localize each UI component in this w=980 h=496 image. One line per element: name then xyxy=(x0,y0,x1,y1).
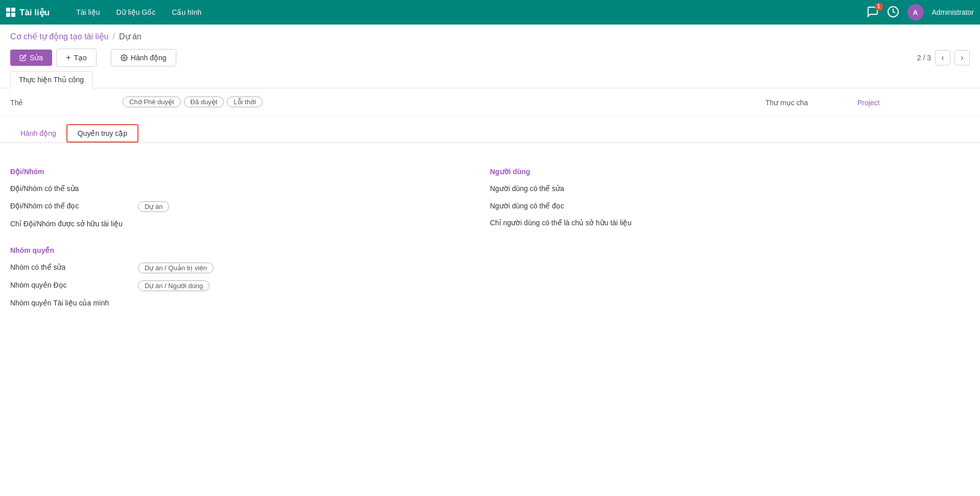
breadcrumb-parent[interactable]: Cơ chế tự động tạo tài liệu xyxy=(10,32,109,41)
doi-co-the-sua-row: Đội/Nhóm có thể sửa xyxy=(10,184,490,194)
nhom-quyen-section: Nhóm quyền Nhóm có thể sửa Dự án / Quản … xyxy=(0,236,980,316)
nhom-right-col xyxy=(490,263,970,316)
breadcrumb-separator: / xyxy=(113,32,115,41)
gear-icon xyxy=(121,54,128,61)
top-navigation: Tài liệu Tài liệu Dữ liệu Gốc Cấu hình 1… xyxy=(0,0,980,25)
edit-button[interactable]: Sửa xyxy=(10,50,52,66)
svg-point-1 xyxy=(123,57,125,59)
nhom-quyen-doc-label: Nhóm quyền Đọc xyxy=(10,280,138,291)
nd-co-the-sua-label: Người dùng có thể sửa xyxy=(490,184,618,194)
nd-so-huu-row: Chỉ người dùng có thể là chủ sở hữu tài … xyxy=(490,218,970,228)
pagination: 2 / 3 ‹ › xyxy=(917,50,970,65)
menu-cau-hinh[interactable]: Cấu hình xyxy=(164,5,209,19)
tags-value: Chờ Phê duyệt Đã duyệt Lỗi thời xyxy=(123,97,765,107)
nd-so-huu-label: Chỉ người dùng có thể là chủ sở hữu tài … xyxy=(490,218,632,228)
parent-folder-label: Thư mục cha xyxy=(765,97,857,107)
nguoi-dung-column: Người dùng Người dùng có thể sửa Người d… xyxy=(490,155,970,236)
doi-co-the-doc-value: Dự án xyxy=(138,201,490,212)
doi-so-huu-label: Chỉ Đội/Nhóm được sở hữu tài liệu xyxy=(10,219,138,229)
nhom-quyen-header: Nhóm quyền xyxy=(10,246,970,254)
pagination-text: 2 / 3 xyxy=(917,54,931,62)
inner-tabs: Hành động Quyền truy cập xyxy=(0,116,980,143)
nhom-tai-lieu-row: Nhóm quyền Tài liệu của mình xyxy=(10,298,490,309)
nd-co-the-doc-label: Người dùng có thể đọc xyxy=(490,201,618,211)
nhom-quyen-doc-row: Nhóm quyền Đọc Dự án / Người dùng xyxy=(10,280,490,291)
app-name: Tài liệu xyxy=(19,7,50,18)
avatar[interactable]: A xyxy=(907,4,924,20)
top-menu: Tài liệu Dữ liệu Gốc Cấu hình xyxy=(68,5,209,19)
tag-cho-phe-duyet[interactable]: Chờ Phê duyệt xyxy=(123,97,181,107)
nhom-nd-chip[interactable]: Dự án / Người dùng xyxy=(138,280,209,291)
tab-bar-outer: Thực hiện Thủ công xyxy=(0,71,980,88)
top-right-actions: 1 A Administrator xyxy=(867,4,974,20)
nhom-grid: Nhóm có thể sửa Dự án / Quản trị viên Nh… xyxy=(10,263,970,316)
nd-co-the-sua-row: Người dùng có thể sửa xyxy=(490,184,970,194)
nguoi-dung-header: Người dùng xyxy=(490,168,970,176)
doi-du-an-chip[interactable]: Dự án xyxy=(138,201,169,212)
clock-icon xyxy=(887,6,899,18)
doi-co-the-sua-label: Đội/Nhóm có thể sửa xyxy=(10,184,138,194)
tab-thu-cong[interactable]: Thực hiện Thủ công xyxy=(10,71,92,88)
nhom-co-the-sua-value: Dự án / Quản trị viên xyxy=(138,263,490,273)
nhom-quyen-doc-value: Dự án / Người dùng xyxy=(138,280,490,291)
breadcrumb: Cơ chế tự động tạo tài liệu / Dự án xyxy=(0,25,980,44)
chat-badge: 1 xyxy=(875,3,883,11)
menu-du-lieu-goc[interactable]: Dữ liệu Gốc xyxy=(108,5,164,19)
grid-icon xyxy=(6,8,15,17)
action-button[interactable]: Hành động xyxy=(111,49,176,66)
app-logo[interactable]: Tài liệu xyxy=(6,7,60,18)
doi-nhom-column: Đội/Nhóm Đội/Nhóm có thể sửa Đội/Nhóm có… xyxy=(10,155,490,236)
admin-name[interactable]: Administrator xyxy=(932,8,974,16)
tag-loi-thoi[interactable]: Lỗi thời xyxy=(227,97,262,107)
nhom-left-col: Nhóm có thể sửa Dự án / Quản trị viên Nh… xyxy=(10,263,490,316)
chat-button[interactable]: 1 xyxy=(867,6,879,19)
edit-icon xyxy=(19,54,27,61)
tab-quyen-truy-cap[interactable]: Quyền truy cập xyxy=(66,124,138,143)
doi-co-the-doc-row: Đội/Nhóm có thể đọc Dự án xyxy=(10,201,490,212)
tags-label: Thẻ xyxy=(10,97,123,107)
nd-co-the-doc-row: Người dùng có thể đọc xyxy=(490,201,970,211)
nhom-qtv-chip[interactable]: Dự án / Quản trị viên xyxy=(138,263,214,273)
menu-tai-lieu[interactable]: Tài liệu xyxy=(68,5,108,19)
main-content: Thẻ Chờ Phê duyệt Đã duyệt Lỗi thời Thư … xyxy=(0,88,980,316)
doi-nhom-header: Đội/Nhóm xyxy=(10,168,490,176)
clock-button[interactable] xyxy=(887,6,899,19)
tags-row: Thẻ Chờ Phê duyệt Đã duyệt Lỗi thời Thư … xyxy=(0,88,980,116)
tab-hanh-dong[interactable]: Hành động xyxy=(10,124,66,143)
parent-folder-value[interactable]: Project xyxy=(857,97,880,107)
create-button[interactable]: + Tạo xyxy=(56,49,97,67)
doi-co-the-doc-label: Đội/Nhóm có thể đọc xyxy=(10,201,138,211)
parent-folder-section: Thư mục cha Project xyxy=(765,97,970,107)
breadcrumb-current: Dự án xyxy=(119,32,142,41)
access-section: Đội/Nhóm Đội/Nhóm có thể sửa Đội/Nhóm có… xyxy=(0,143,980,236)
prev-button[interactable]: ‹ xyxy=(935,50,950,65)
nhom-co-the-sua-row: Nhóm có thể sửa Dự án / Quản trị viên xyxy=(10,263,490,273)
tag-da-duyet[interactable]: Đã duyệt xyxy=(184,97,224,107)
nhom-tai-lieu-label: Nhóm quyền Tài liệu của mình xyxy=(10,298,138,309)
nhom-co-the-sua-label: Nhóm có thể sửa xyxy=(10,263,138,273)
doi-so-huu-row: Chỉ Đội/Nhóm được sở hữu tài liệu xyxy=(10,219,490,229)
next-button[interactable]: › xyxy=(954,50,970,65)
action-bar: Sửa + Tạo Hành động 2 / 3 ‹ › xyxy=(0,44,980,71)
